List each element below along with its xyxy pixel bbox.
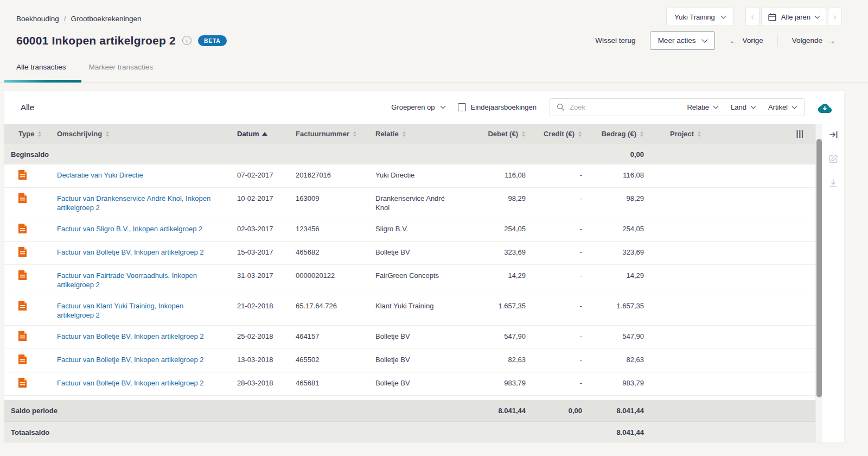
column-header-datum[interactable]: Datum	[224, 130, 282, 138]
edit-icon[interactable]	[829, 154, 838, 163]
debet-cell: 1.657,35	[461, 301, 526, 311]
type-cell	[4, 247, 45, 259]
transaction-link[interactable]: Factuur van Klant Yuki Training, Inkopen…	[57, 301, 218, 320]
document-icon	[18, 381, 27, 389]
type-cell	[4, 170, 45, 182]
chevron-down-icon	[713, 104, 719, 109]
table-row: Factuur van Fairtrade Voorraadhuis, Inko…	[4, 265, 815, 295]
vorige-button[interactable]: ← Vorige	[729, 36, 763, 45]
column-header-relatie[interactable]: Relatie	[363, 130, 461, 138]
vertical-scrollbar[interactable]	[815, 124, 822, 442]
table-row: Factuur van Bolletje BV, Inkopen artikel…	[4, 349, 815, 372]
factuurnummer-cell: 163009	[282, 194, 363, 203]
saldo-periode-credit: 0,00	[526, 407, 582, 415]
previous-year-button[interactable]: ‹	[745, 8, 760, 26]
chevron-down-icon	[440, 104, 445, 109]
collapse-panel-icon[interactable]	[829, 130, 838, 139]
search-input[interactable]	[570, 103, 682, 111]
column-header-project[interactable]: Project	[644, 130, 730, 138]
factuurnummer-cell: 65.17.64.726	[282, 301, 363, 311]
sort-icon	[697, 131, 701, 137]
meer-acties-button[interactable]: Meer acties	[650, 31, 716, 50]
debet-cell: 547,90	[461, 332, 526, 341]
transaction-link[interactable]: Factuur van Drankenservice André Knol, I…	[57, 194, 218, 212]
document-icon	[18, 358, 27, 366]
next-year-button[interactable]: ›	[828, 8, 842, 26]
column-header-omschrijving[interactable]: Omschrijving	[45, 130, 224, 138]
tab-markeer-transacties[interactable]: Markeer transacties	[89, 63, 154, 71]
chevron-down-icon	[792, 104, 797, 109]
column-header-factuurnummer[interactable]: Factuurnummer	[282, 130, 363, 138]
table-body: Declaratie van Yuki Directie 07-02-2017 …	[4, 164, 815, 400]
transaction-link[interactable]: Factuur van Bolletje BV, Inkopen artikel…	[57, 355, 204, 364]
header-actions: Wissel terug Meer acties ← Vorige Volgen…	[595, 31, 835, 50]
sort-icon	[640, 131, 644, 137]
transaction-link[interactable]: Factuur van Sligro B.V., Inkopen artikel…	[57, 224, 202, 233]
type-cell	[4, 331, 45, 343]
transaction-link[interactable]: Factuur van Bolletje BV, Inkopen artikel…	[57, 248, 204, 257]
factuurnummer-cell: 465502	[282, 355, 363, 364]
tabs: Alle transacties Markeer transacties	[0, 52, 868, 83]
bedrag-cell: 116,08	[582, 170, 644, 180]
eindejaarsboekingen-toggle[interactable]: Eindejaarsboekingen	[458, 103, 537, 111]
transaction-link[interactable]: Factuur van Bolletje BV, Inkopen artikel…	[57, 378, 204, 388]
page: Boekhouding / Grootboekrekeningen Yuki T…	[0, 0, 868, 456]
table-row: Factuur van Bolletje BV, Inkopen artikel…	[4, 396, 815, 400]
calendar-icon	[768, 13, 776, 21]
bedrag-cell: 98,29	[582, 194, 644, 203]
volgende-button[interactable]: Volgende →	[792, 36, 835, 45]
document-icon	[18, 274, 27, 282]
page-title: 60001 Inkopen artikelgroep 2	[16, 34, 176, 47]
relatie-filter-dropdown[interactable]: Relatie	[687, 103, 717, 111]
header-row: 60001 Inkopen artikelgroep 2 i BETA Wiss…	[0, 26, 868, 52]
factuurnummer-cell: 0000020122	[282, 271, 363, 280]
download-icon[interactable]	[829, 179, 838, 187]
sort-icon	[402, 131, 406, 137]
info-icon[interactable]: i	[182, 36, 192, 45]
column-header-debet[interactable]: Debet (€)	[461, 130, 526, 138]
credit-cell: -	[526, 248, 582, 257]
debet-cell: 82,63	[461, 355, 526, 364]
debet-cell: 323,69	[461, 248, 526, 257]
groeperen-op-dropdown[interactable]: Groeperen op	[391, 103, 444, 111]
credit-cell: -	[526, 194, 582, 203]
debet-cell: 116,08	[461, 170, 526, 180]
column-header-credit[interactable]: Credit (€)	[526, 130, 582, 138]
tab-alle-transacties[interactable]: Alle transacties	[16, 63, 66, 71]
transaction-link[interactable]: Declaratie van Yuki Directie	[57, 170, 143, 180]
debet-cell: 98,29	[461, 194, 526, 203]
breadcrumb-boekhouding[interactable]: Boekhouding	[16, 15, 59, 23]
table-row: Factuur van Bolletje BV, Inkopen artikel…	[4, 326, 815, 349]
transaction-link[interactable]: Factuur van Bolletje BV, Inkopen artikel…	[57, 332, 204, 341]
topbar-controls: Yuki Training ‹ Alle jaren ›	[666, 8, 842, 26]
sort-icon	[578, 131, 582, 137]
table-content: Type Omschrijving Datum Factuurnummer	[4, 124, 844, 442]
transaction-link[interactable]: Factuur van Fairtrade Voorraadhuis, Inko…	[57, 271, 218, 289]
search-icon	[557, 103, 565, 111]
cloud-download-icon[interactable]	[818, 102, 832, 113]
credit-cell: -	[526, 301, 582, 311]
eindejaarsboekingen-checkbox[interactable]	[458, 103, 466, 111]
type-cell	[4, 224, 45, 236]
scrollbar-thumb[interactable]	[816, 139, 822, 397]
column-header-type[interactable]: Type	[4, 130, 45, 138]
column-header-bedrag[interactable]: Bedrag (€)	[582, 130, 644, 138]
document-icon	[18, 173, 27, 181]
search-box: Relatie Land Artikel	[550, 98, 805, 116]
bedrag-cell: 82,63	[582, 355, 644, 364]
document-icon	[18, 227, 27, 235]
column-settings-icon[interactable]	[786, 130, 815, 138]
bedrag-cell: 547,90	[582, 332, 644, 341]
datum-cell: 28-03-2018	[224, 378, 282, 388]
datum-cell: 25-02-2018	[224, 332, 282, 341]
wissel-terug-button[interactable]: Wissel terug	[595, 36, 635, 45]
factuurnummer-cell: 201627016	[282, 170, 363, 180]
document-icon	[18, 197, 27, 205]
land-filter-dropdown[interactable]: Land	[731, 103, 755, 111]
saldo-periode-row: Saldo periode 8.041,44 0,00 8.041,44	[4, 400, 815, 421]
factuurnummer-cell: 123456	[282, 224, 363, 233]
artikel-filter-dropdown[interactable]: Artikel	[768, 103, 796, 111]
year-filter-dropdown[interactable]: Alle jaren	[761, 8, 826, 26]
breadcrumb-grootboekrekeningen[interactable]: Grootboekrekeningen	[71, 15, 142, 23]
administration-dropdown[interactable]: Yuki Training	[666, 8, 733, 26]
